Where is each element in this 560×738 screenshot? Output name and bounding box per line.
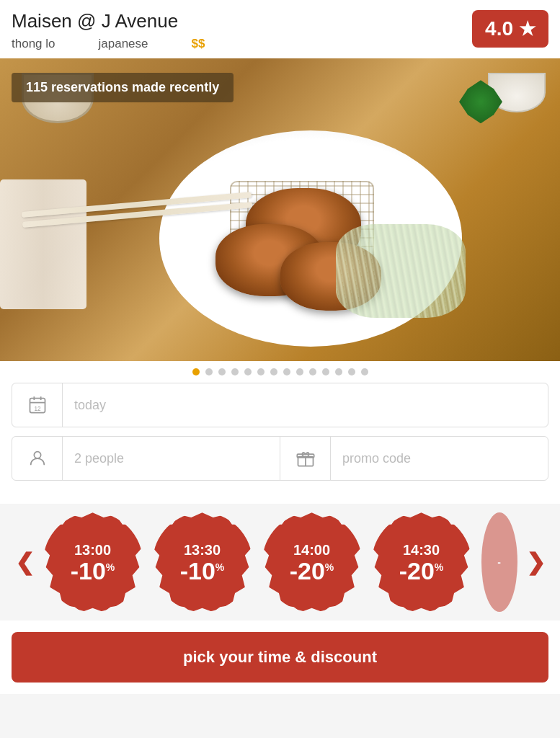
food-background <box>0 58 560 361</box>
time-slot-1[interactable]: 13:00 -10% <box>43 512 143 612</box>
time-slot-4[interactable]: 14:30 -20% <box>372 512 471 612</box>
dot-2[interactable] <box>205 368 213 375</box>
image-dots-indicator <box>0 361 560 383</box>
time-slots-section: ❮ 13:00 -10% 13:30 -10% 14:00 -20% 14:30… <box>0 504 560 621</box>
date-input-text[interactable]: today <box>63 398 548 413</box>
gift-icon-cell <box>280 437 331 480</box>
slot-1-time: 13:00 <box>74 541 111 559</box>
dot-1[interactable] <box>192 368 200 375</box>
reservations-badge: 115 reservations made recently <box>12 73 234 102</box>
restaurant-cuisine: japanese <box>99 37 148 51</box>
dot-11[interactable] <box>322 368 329 375</box>
slot-3-discount: -20% <box>290 559 334 583</box>
dot-8[interactable] <box>283 368 290 375</box>
svg-text:12: 12 <box>34 406 41 412</box>
restaurant-info: Maisen @ J Avenue thong lo japanese $$ <box>12 10 205 51</box>
pick-time-button[interactable]: pick your time & discount <box>12 632 548 683</box>
rating-badge: 4.0 ★ <box>472 10 548 48</box>
restaurant-meta: thong lo japanese $$ <box>12 37 205 51</box>
cta-section: pick your time & discount <box>0 621 560 694</box>
time-slot-partial[interactable]: - <box>481 512 517 612</box>
slot-2-time: 13:30 <box>184 541 221 559</box>
dot-5[interactable] <box>244 368 252 375</box>
slot-4-time: 14:30 <box>403 541 440 559</box>
people-col[interactable]: 2 people <box>12 437 280 480</box>
people-promo-row: 2 people promo code <box>12 436 548 481</box>
restaurant-location: thong lo <box>12 37 55 51</box>
dot-7[interactable] <box>270 368 277 375</box>
restaurant-price: $$ <box>192 37 205 51</box>
slots-next-button[interactable]: ❯ <box>517 551 554 574</box>
dot-14[interactable] <box>361 368 368 375</box>
dot-9[interactable] <box>296 368 303 375</box>
people-input-text[interactable]: 2 people <box>63 451 280 466</box>
dot-13[interactable] <box>348 368 355 375</box>
promo-input-text[interactable]: promo code <box>331 451 548 466</box>
person-icon-cell <box>12 437 63 480</box>
slot-3-time: 14:00 <box>293 541 330 559</box>
time-slot-2[interactable]: 13:30 -10% <box>153 512 252 612</box>
dot-12[interactable] <box>335 368 342 375</box>
napkin-decoration <box>0 179 86 309</box>
slot-2-discount: -10% <box>180 559 225 583</box>
person-icon <box>27 448 48 468</box>
slots-container: 13:00 -10% 13:30 -10% 14:00 -20% 14:30 -… <box>43 512 517 612</box>
food-image-section: 115 reservations made recently <box>0 58 560 361</box>
reservations-text: 115 reservations made recently <box>26 80 219 94</box>
header-section: Maisen @ J Avenue thong lo japanese $$ 4… <box>0 0 560 58</box>
dot-3[interactable] <box>218 368 226 375</box>
dot-6[interactable] <box>257 368 265 375</box>
calendar-icon: 12 <box>27 395 48 415</box>
svg-rect-8 <box>297 454 314 458</box>
time-slot-3[interactable]: 14:00 -20% <box>262 512 362 612</box>
calendar-icon-cell: 12 <box>12 383 63 427</box>
rating-value: 4.0 <box>485 17 513 40</box>
dot-4[interactable] <box>231 368 239 375</box>
cabbage-decoration <box>336 224 466 318</box>
svg-point-5 <box>34 452 40 458</box>
slots-prev-button[interactable]: ❮ <box>6 551 43 574</box>
slot-1-discount: -10% <box>71 559 115 583</box>
dot-10[interactable] <box>309 368 316 375</box>
date-input-row[interactable]: 12 today <box>12 383 548 427</box>
slot-partial-time: - <box>497 556 501 569</box>
star-icon: ★ <box>519 18 535 40</box>
gift-icon <box>295 448 316 468</box>
restaurant-name: Maisen @ J Avenue <box>12 10 205 32</box>
promo-col[interactable]: promo code <box>280 437 548 480</box>
booking-section: 12 today 2 people <box>0 383 560 504</box>
slot-4-discount: -20% <box>399 559 444 583</box>
